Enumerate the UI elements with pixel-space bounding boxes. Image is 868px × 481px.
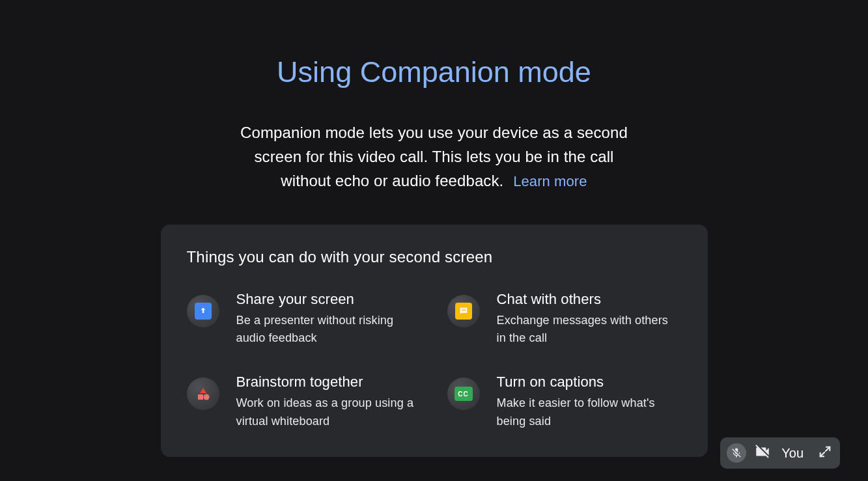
page-title: Using Companion mode (277, 55, 591, 89)
camera-off-icon (754, 443, 771, 463)
expand-icon[interactable] (818, 445, 832, 461)
chat-icon (447, 295, 480, 327)
feature-title: Chat with others (497, 291, 682, 308)
captions-icon: CC (447, 378, 480, 410)
feature-desc: Work on ideas as a group using a virtual… (236, 394, 419, 431)
features-grid: Share your screen Be a presenter without… (187, 291, 682, 432)
feature-title: Turn on captions (497, 374, 682, 391)
feature-title: Brainstorm together (236, 374, 421, 391)
share-screen-icon (187, 295, 219, 327)
feature-desc: Be a presenter without risking audio fee… (236, 312, 419, 348)
svg-rect-3 (198, 394, 203, 400)
svg-rect-0 (461, 309, 466, 309)
feature-brainstorm: Brainstorm together Work on ideas as a g… (187, 374, 421, 431)
main-content: Using Companion mode Companion mode lets… (0, 0, 868, 457)
svg-point-4 (203, 394, 209, 400)
feature-captions: CC Turn on captions Make it easier to fo… (447, 374, 682, 431)
brainstorm-icon (187, 378, 219, 410)
learn-more-link[interactable]: Learn more (513, 173, 587, 189)
features-heading: Things you can do with your second scree… (187, 248, 682, 266)
self-label: You (781, 446, 804, 461)
features-card: Things you can do with your second scree… (161, 225, 708, 458)
self-view-tile[interactable]: You (720, 437, 840, 469)
feature-chat: Chat with others Exchange messages with … (447, 291, 682, 348)
description-block: Companion mode lets you use your device … (232, 120, 636, 193)
feature-share-screen: Share your screen Be a presenter without… (187, 291, 421, 348)
feature-desc: Exchange messages with others in the cal… (497, 312, 679, 348)
svg-marker-2 (200, 388, 206, 393)
mic-off-icon (727, 443, 746, 463)
feature-title: Share your screen (236, 291, 421, 308)
feature-desc: Make it easier to follow what's being sa… (497, 394, 679, 431)
svg-rect-1 (461, 310, 466, 310)
